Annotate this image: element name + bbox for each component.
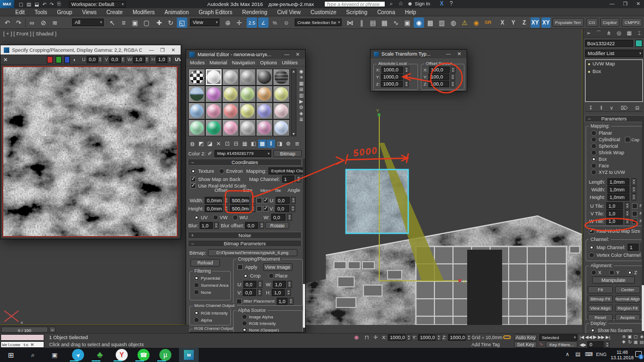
menu-item[interactable]: Graph Editors <box>198 9 234 16</box>
material-sample-slot[interactable] <box>188 119 205 136</box>
manipulate-button[interactable]: Manipulate <box>592 276 635 283</box>
align-axis-option[interactable]: X <box>591 270 601 275</box>
mapping-radio[interactable] <box>591 156 597 162</box>
use-real-world-scale-checkbox[interactable] <box>190 183 196 189</box>
maximize-viewport-icon[interactable]: ▦ <box>633 340 639 345</box>
material-sample-slot[interactable] <box>222 102 239 119</box>
redo-icon[interactable]: ↷ <box>14 17 24 28</box>
make-unique-icon[interactable]: ⊡ <box>223 140 231 148</box>
favorites-icon[interactable]: ☆ <box>398 1 403 7</box>
axis-constraint-button[interactable]: Y <box>509 17 518 28</box>
alpha-source-option[interactable]: None (Opaque) <box>242 327 279 333</box>
angle-v-field[interactable]: 0,0 <box>275 205 289 212</box>
height-size-spinner[interactable] <box>251 205 255 212</box>
bp-u-spinner[interactable] <box>258 281 263 288</box>
save-file-icon[interactable]: ⬓ <box>34 2 39 7</box>
navigator-icon[interactable]: ≣ <box>293 140 301 148</box>
sign-in-link[interactable]: Sign In <box>415 1 430 7</box>
mapping-radio[interactable] <box>591 170 597 175</box>
tray-chevron-icon[interactable]: ∧ <box>565 351 569 357</box>
width-field[interactable]: 1,0mm <box>607 186 629 193</box>
align-axis-radio[interactable] <box>591 270 597 275</box>
workspace-dropdown[interactable]: Workspace: Default▾ <box>69 1 126 8</box>
bp-h-field[interactable]: 1,0 <box>272 289 285 296</box>
bind-to-space-warp-icon[interactable]: ≋ <box>50 17 60 28</box>
minimize-button[interactable]: — <box>608 1 616 7</box>
material-sample-slot[interactable] <box>188 102 205 119</box>
mapping-dropdown[interactable]: Explicit Map Channel▾ <box>269 167 306 174</box>
search-input[interactable] <box>324 1 385 7</box>
material-sample-slot[interactable] <box>273 69 290 86</box>
sample-tiling-icon[interactable]: ⊞ <box>297 87 305 92</box>
absolute-axis-spinner[interactable] <box>404 81 409 87</box>
menu-item[interactable]: Modifiers <box>132 9 156 16</box>
red-channel-button[interactable] <box>47 56 53 63</box>
mapping-option[interactable]: Face <box>591 163 640 168</box>
show-end-result-icon[interactable]: ‖ <box>600 105 603 111</box>
filtering-option[interactable]: None <box>194 289 229 295</box>
material-editor-menu-item[interactable]: Material <box>210 60 227 65</box>
modifier-visibility-icon[interactable]: ● <box>588 69 591 74</box>
bp-u-field[interactable]: 0,0 <box>243 281 257 288</box>
select-by-name-icon[interactable]: ≡ <box>118 17 129 28</box>
material-editor-icon[interactable]: ◉ <box>414 17 424 28</box>
material-editor-menu-item[interactable]: Navigation <box>232 60 255 65</box>
select-object-icon[interactable]: ↖ <box>107 17 117 28</box>
crop-minimize-button[interactable]: — <box>147 47 156 53</box>
jitter-field[interactable]: 1,0 <box>277 298 288 305</box>
height-mirror-checkbox[interactable] <box>257 206 262 212</box>
crop-w-field[interactable]: 1,0 <box>133 56 144 63</box>
crop-h-field[interactable]: 1,0 <box>156 56 167 63</box>
material-sample-slot[interactable] <box>239 102 256 119</box>
absolute-axis-spinner[interactable] <box>404 67 409 73</box>
maxscript-mini-recorder[interactable] <box>1 334 44 341</box>
mono-option[interactable]: Alpha <box>194 317 228 323</box>
3dsmax-taskbar-button[interactable]: M <box>179 348 199 362</box>
v-flip-checkbox[interactable] <box>632 211 637 216</box>
align-icon[interactable]: ∥ <box>356 17 367 28</box>
crop-uv-label[interactable]: UV <box>175 57 181 62</box>
mapping-option[interactable]: Spherical <box>591 143 640 148</box>
map-channel-radio[interactable] <box>589 245 594 250</box>
wu-radio[interactable] <box>232 215 238 220</box>
map-type-button[interactable]: Bitmap <box>273 150 302 157</box>
mono-option[interactable]: RGB Intensity <box>194 310 228 316</box>
crop-v-field[interactable]: 0,0 <box>109 56 120 63</box>
scroll-down-icon[interactable]: ▼ <box>291 132 296 136</box>
scroll-up-icon[interactable]: ▲ <box>291 69 296 73</box>
noise-rollout-header[interactable]: +Noise <box>188 232 302 239</box>
uv-radio[interactable] <box>194 215 199 220</box>
offset-axis-field[interactable]: 100,0 <box>428 74 449 80</box>
video-color-check-icon[interactable]: ▥ <box>297 93 305 98</box>
material-sample-slot[interactable] <box>222 119 239 136</box>
alignment-button[interactable]: Bitmap Fit <box>588 295 613 303</box>
height-offset-spinner[interactable] <box>224 205 229 212</box>
offset-axis-field[interactable]: 100,0 <box>428 81 449 87</box>
map-channel-field[interactable]: 1 <box>628 244 639 251</box>
show-end-result-icon[interactable]: ‖ <box>267 140 275 148</box>
clock[interactable]: 11:48 13.11.2018 <box>610 349 634 360</box>
w-flip-checkbox[interactable] <box>632 219 637 224</box>
alpha-source-option[interactable]: RGB Intensity <box>242 321 279 326</box>
menu-item[interactable]: Rendering <box>241 9 269 16</box>
custom-toolbar-button[interactable]: Populate:Terr <box>552 18 584 27</box>
display-option-radio[interactable] <box>590 328 595 333</box>
selection-filter-dropdown[interactable]: All▾ <box>72 19 104 26</box>
hierarchy-tab-icon[interactable]: ⋔ <box>604 30 613 36</box>
crop-place-radio[interactable] <box>269 273 274 279</box>
menu-item[interactable]: Scripting <box>345 9 368 16</box>
align-axis-radio[interactable] <box>609 270 615 275</box>
u-tile-spinner[interactable] <box>625 202 630 209</box>
keyboard-icon[interactable]: ⌨ <box>585 351 593 357</box>
select-by-material-icon[interactable]: ◈ <box>297 111 305 116</box>
custom-toolbar-button[interactable]: CG <box>586 18 598 27</box>
crop-place-radio[interactable] <box>243 273 248 279</box>
set-key-button[interactable]: Set Key <box>514 341 537 348</box>
auto-key-button[interactable]: Auto Key <box>514 334 537 341</box>
bp-w-spinner[interactable] <box>287 281 292 288</box>
bitmap-path-button[interactable]: D:\Проекты\Петя\текстуры\dr_6.png <box>208 249 297 256</box>
sr-label[interactable]: SR <box>485 20 492 25</box>
alpha-source-radio[interactable] <box>242 314 247 319</box>
filtering-radio[interactable] <box>194 282 199 288</box>
width-offset-spinner[interactable] <box>224 197 229 204</box>
